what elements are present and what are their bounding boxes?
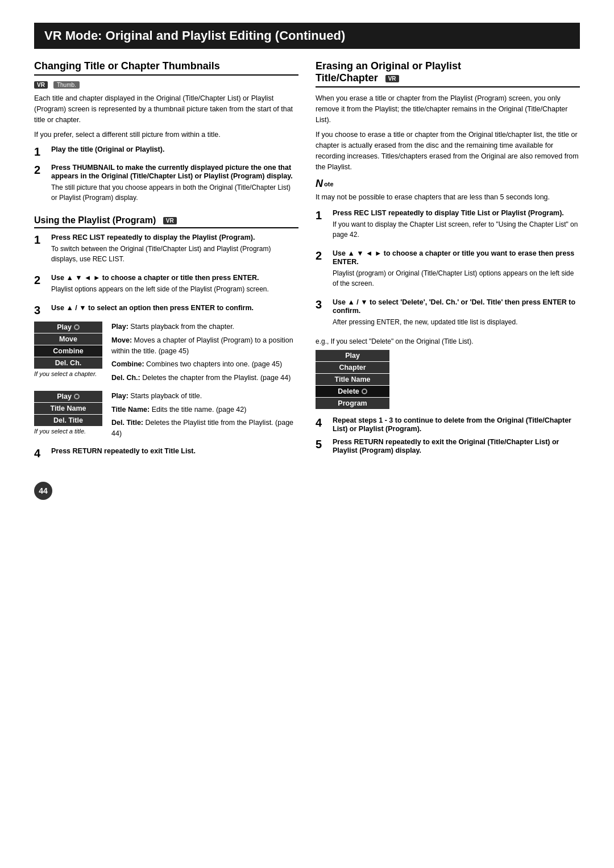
playlist-step3-bold: Use ▲ / ▼ to select an option then press… — [51, 304, 254, 312]
erase-step-1: 1 Press REC LIST repeatedly to display T… — [316, 208, 580, 244]
erase-step3-bold: Use ▲ / ▼ to select 'Delete', 'Del. Ch.'… — [333, 298, 575, 315]
del-ch-desc-text: Deletes the chapter from the Playlist. (… — [140, 374, 291, 382]
thumbnails-intro-p2: If you prefer, select a different still … — [34, 130, 298, 140]
chapter-desc-block: Play: Starts playback from the chapter. … — [111, 322, 298, 386]
note-block: Note It may not be possible to erase cha… — [316, 178, 580, 203]
thumb-step2-desc: The still picture that you choose appear… — [51, 182, 298, 203]
playlist-step-3: 3 Use ▲ / ▼ to select an option then pre… — [34, 303, 298, 317]
title-menu-row: Play Title Name Del. Title If you select… — [34, 391, 298, 442]
playlist-step-4: 4 Press RETURN repeatedly to exit Title … — [34, 446, 298, 460]
playlist-step4-bold: Press RETURN repeatedly to exit Title Li… — [51, 447, 196, 455]
erase-step1-bold: Press REC LIST repeatedly to display Tit… — [333, 209, 564, 217]
title-desc-block: Play: Starts playback of title. Title Na… — [111, 391, 298, 442]
play-desc-bold: Play: — [111, 323, 128, 331]
del-title-desc-bold: Del. Title: — [111, 419, 143, 427]
erase-menu-delete: Delete — [316, 386, 389, 397]
erase-intro-p1: When you erase a title or chapter from t… — [316, 93, 580, 125]
title-menu-del-title: Del. Title — [34, 415, 102, 426]
erase-step1-desc: If you want to display the Chapter List … — [333, 219, 580, 240]
playlist-step1-desc: To switch between the Original (Title/Ch… — [51, 244, 298, 264]
erase-intro-p2: If you choose to erase a title or chapte… — [316, 130, 580, 172]
playlist-step-1: 1 Press REC LIST repeatedly to display t… — [34, 233, 298, 269]
combine-desc-text: Combines two chapters into one. (page 45… — [144, 360, 283, 368]
erase-step-5: 5 Press RETURN repeatedly to exit the Or… — [316, 437, 580, 454]
move-desc-bold: Move: — [111, 336, 132, 344]
page-footer: 44 — [34, 482, 580, 500]
playlist-step1-bold: Press REC LIST repeatedly to display the… — [51, 233, 255, 241]
right-column: Erasing an Original or Playlist Title/Ch… — [316, 60, 580, 465]
play-circle-icon — [74, 324, 80, 330]
erase-title: Erasing an Original or Playlist Title/Ch… — [316, 60, 580, 87]
erase-menu-titlename: Title Name — [316, 374, 389, 385]
playlist-step2-desc: Playlist options appears on the left sid… — [51, 284, 298, 294]
chapter-menu-move: Move — [34, 333, 102, 345]
title-play-desc-bold: Play: — [111, 392, 128, 400]
chapter-menu-combine: Combine — [34, 345, 102, 357]
title-play-circle-icon — [74, 394, 80, 399]
chapter-menu-del-ch: Del. Ch. — [34, 357, 102, 369]
vr-badge: VR — [34, 81, 48, 89]
playlist-section: Using the Playlist (Program) VR 1 Press … — [34, 215, 298, 460]
left-column: Changing Title or Chapter Thumbnails VR … — [34, 60, 298, 465]
erase-step2-desc: Playlist (program) or Original (Title/Ch… — [333, 268, 580, 289]
chapter-menu-play: Play — [34, 322, 102, 333]
chapter-menu-block: Play Move Combine Del. Ch. If you select… — [34, 322, 102, 382]
erase-menu-chapter: Chapter — [316, 362, 389, 373]
title-play-desc-text: Starts playback of title. — [128, 392, 202, 400]
del-ch-desc-bold: Del. Ch.: — [111, 374, 140, 382]
playlist-step2-bold: Use ▲ ▼ ◄ ► to choose a chapter or title… — [51, 274, 259, 282]
erase-vr-badge: VR — [385, 75, 399, 82]
delete-circle-icon — [362, 389, 367, 394]
chapter-menu-caption: If you select a chapter. — [34, 370, 102, 377]
thumb-step2-bold: Press THUMBNAIL to make the currently di… — [51, 164, 293, 180]
thumbnails-title: Changing Title or Chapter Thumbnails — [34, 60, 298, 76]
playlist-title: Using the Playlist (Program) VR — [34, 215, 298, 228]
erase-step5-bold: Press RETURN repeatedly to exit the Orig… — [333, 438, 559, 454]
page-header: VR Mode: Original and Playlist Editing (… — [34, 23, 580, 49]
playlist-step-2: 2 Use ▲ ▼ ◄ ► to choose a chapter or tit… — [34, 273, 298, 299]
title-name-desc-bold: Title Name: — [111, 406, 150, 414]
chapter-menu-row: Play Move Combine Del. Ch. If you select… — [34, 322, 298, 386]
title-menu-block: Play Title Name Del. Title If you select… — [34, 391, 102, 439]
page-number: 44 — [34, 482, 52, 500]
thumbnails-intro-p1: Each title and chapter displayed in the … — [34, 93, 298, 125]
title-name-desc-text: Edits the title name. (page 42) — [150, 406, 246, 414]
page-title: VR Mode: Original and Playlist Editing (… — [44, 28, 345, 43]
thumb-step-2: 2 Press THUMBNAIL to make the currently … — [34, 163, 298, 207]
example-text: e.g., If you select "Delete" on the Orig… — [316, 336, 580, 347]
erase-menu-play: Play — [316, 350, 389, 361]
note-text: It may not be possible to erase chapters… — [316, 192, 580, 203]
thumb-step-1: 1 Play the title (Original or Playlist). — [34, 145, 298, 158]
thumbnails-section: Changing Title or Chapter Thumbnails VR … — [34, 60, 298, 207]
erase-menu-program: Program — [316, 398, 389, 409]
title-menu-caption: If you select a title. — [34, 428, 102, 435]
title-menu-play: Play — [34, 391, 102, 402]
thumb-badge: Thumb. — [53, 81, 80, 89]
erase-section: Erasing an Original or Playlist Title/Ch… — [316, 60, 580, 454]
erase-step-4: 4 Repeat steps 1 - 3 to continue to dele… — [316, 416, 580, 433]
title-menu-titlename: Title Name — [34, 403, 102, 414]
combine-desc-bold: Combine: — [111, 360, 144, 368]
erase-menu-block: Play Chapter Title Name Delete Program — [316, 350, 580, 409]
erase-step2-bold: Use ▲ ▼ ◄ ► to choose a chapter or title… — [333, 249, 574, 266]
play-desc-text: Starts playback from the chapter. — [128, 323, 234, 331]
playlist-vr-badge: VR — [163, 217, 177, 224]
erase-step-3: 3 Use ▲ / ▼ to select 'Delete', 'Del. Ch… — [316, 298, 580, 332]
erase-step3-desc: After pressing ENTER, the new, updated t… — [333, 317, 580, 327]
erase-step4-bold: Repeat steps 1 - 3 to continue to delete… — [333, 416, 571, 433]
move-desc-text: Moves a chapter of Playlist (Program) to… — [111, 336, 293, 355]
thumbnails-badges: VR Thumb. — [34, 81, 298, 89]
thumb-step1-bold: Play the title (Original or Playlist). — [51, 145, 164, 153]
erase-step-2: 2 Use ▲ ▼ ◄ ► to choose a chapter or tit… — [316, 249, 580, 293]
